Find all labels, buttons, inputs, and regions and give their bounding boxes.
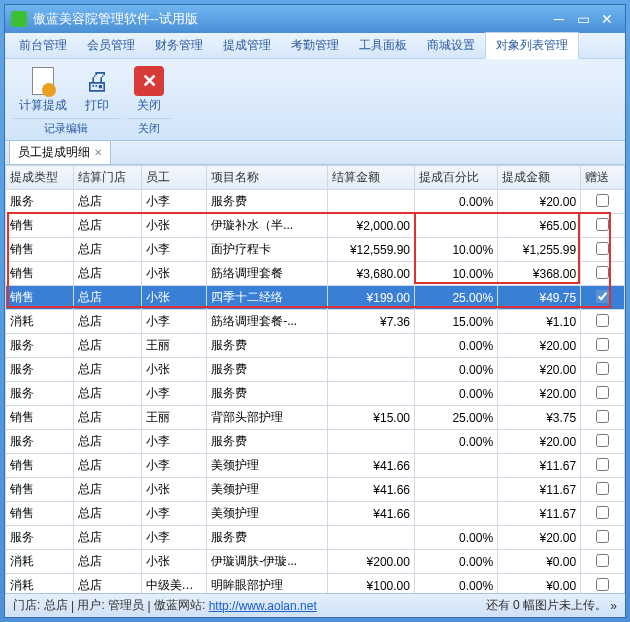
gift-checkbox[interactable] [596, 482, 609, 495]
gift-checkbox[interactable] [596, 386, 609, 399]
cell-emp: 小张 [141, 262, 207, 286]
menu-4[interactable]: 考勤管理 [281, 33, 349, 58]
table-row[interactable]: 销售总店小张伊璇补水（半...¥2,000.00¥65.00 [6, 214, 625, 238]
cell-type: 服务 [6, 526, 74, 550]
table-row[interactable]: 销售总店小张四季十二经络¥199.0025.00%¥49.75 [6, 286, 625, 310]
table-row[interactable]: 消耗总店中级美容师明眸眼部护理¥100.000.00%¥0.00 [6, 574, 625, 594]
ribbon: 计算提成🖨打印记录编辑✕关闭关闭 [5, 59, 625, 141]
table-row[interactable]: 服务总店小李服务费0.00%¥20.00 [6, 382, 625, 406]
cell-amount [327, 526, 414, 550]
cell-item: 伊璇调肤-伊璇... [207, 550, 327, 574]
gift-checkbox[interactable] [596, 242, 609, 255]
menu-7[interactable]: 对象列表管理 [485, 32, 579, 59]
gift-checkbox[interactable] [596, 530, 609, 543]
print-icon: 🖨 [81, 65, 113, 97]
close-label: 关闭 [137, 97, 161, 114]
subtab-label: 员工提成明细 [18, 144, 90, 161]
table-row[interactable]: 服务总店王丽服务费0.00%¥20.00 [6, 334, 625, 358]
close-window-button[interactable]: ✕ [595, 10, 619, 28]
column-header-7[interactable]: 赠送 [581, 166, 625, 190]
column-header-5[interactable]: 提成百分比 [414, 166, 497, 190]
calc-commission-button[interactable]: 计算提成 [13, 63, 73, 116]
menu-3[interactable]: 提成管理 [213, 33, 281, 58]
table-row[interactable]: 销售总店小李面护疗程卡¥12,559.9010.00%¥1,255.99 [6, 238, 625, 262]
subtab-close-icon[interactable]: ✕ [94, 147, 102, 158]
gift-checkbox[interactable] [596, 266, 609, 279]
menu-1[interactable]: 会员管理 [77, 33, 145, 58]
table-row[interactable]: 服务总店小李服务费0.00%¥20.00 [6, 190, 625, 214]
cell-store: 总店 [73, 454, 141, 478]
cell-type: 销售 [6, 286, 74, 310]
close-icon: ✕ [133, 65, 165, 97]
column-header-6[interactable]: 提成金额 [498, 166, 581, 190]
subtab-commission-detail[interactable]: 员工提成明细 ✕ [9, 140, 111, 164]
cell-store: 总店 [73, 214, 141, 238]
window-title: 傲蓝美容院管理软件--试用版 [33, 10, 198, 28]
gift-checkbox[interactable] [596, 218, 609, 231]
cell-amount: ¥100.00 [327, 574, 414, 594]
menu-6[interactable]: 商城设置 [417, 33, 485, 58]
table-row[interactable]: 销售总店小李美颈护理¥41.66¥11.67 [6, 502, 625, 526]
cell-pct: 0.00% [414, 574, 497, 594]
column-header-3[interactable]: 项目名称 [207, 166, 327, 190]
cell-item: 美颈护理 [207, 478, 327, 502]
cell-store: 总店 [73, 262, 141, 286]
cell-emp: 小李 [141, 502, 207, 526]
menu-5[interactable]: 工具面板 [349, 33, 417, 58]
cell-pct: 0.00% [414, 358, 497, 382]
table-row[interactable]: 服务总店小李服务费0.00%¥20.00 [6, 430, 625, 454]
cell-pct [414, 502, 497, 526]
cell-item: 四季十二经络 [207, 286, 327, 310]
gift-checkbox[interactable] [596, 338, 609, 351]
data-grid[interactable]: 提成类型结算门店员工项目名称结算金额提成百分比提成金额赠送 服务总店小李服务费0… [5, 165, 625, 593]
maximize-button[interactable]: ▭ [571, 10, 595, 28]
menu-2[interactable]: 财务管理 [145, 33, 213, 58]
gift-checkbox[interactable] [596, 506, 609, 519]
cell-item: 服务费 [207, 358, 327, 382]
table-row[interactable]: 消耗总店小李筋络调理套餐-...¥7.3615.00%¥1.10 [6, 310, 625, 334]
gift-checkbox[interactable] [596, 434, 609, 447]
minimize-button[interactable]: ─ [547, 10, 571, 28]
calc-commission-icon [27, 65, 59, 97]
cell-pct: 0.00% [414, 382, 497, 406]
cell-store: 总店 [73, 550, 141, 574]
table-row[interactable]: 销售总店小张美颈护理¥41.66¥11.67 [6, 478, 625, 502]
cell-type: 销售 [6, 454, 74, 478]
table-row[interactable]: 消耗总店小张伊璇调肤-伊璇...¥200.000.00%¥0.00 [6, 550, 625, 574]
cell-emp: 小李 [141, 190, 207, 214]
close-button[interactable]: ✕关闭 [127, 63, 171, 116]
cell-comm: ¥11.67 [498, 454, 581, 478]
table-row[interactable]: 服务总店小张服务费0.00%¥20.00 [6, 358, 625, 382]
table-row[interactable]: 销售总店小张筋络调理套餐¥3,680.0010.00%¥368.00 [6, 262, 625, 286]
gift-checkbox[interactable] [596, 290, 609, 303]
cell-store: 总店 [73, 334, 141, 358]
gift-checkbox[interactable] [596, 194, 609, 207]
cell-item: 美颈护理 [207, 502, 327, 526]
menu-0[interactable]: 前台管理 [9, 33, 77, 58]
ribbon-group-label: 关闭 [127, 118, 171, 140]
status-store-label: 门店: [13, 597, 40, 614]
status-store: 总店 [44, 597, 68, 614]
column-header-4[interactable]: 结算金额 [327, 166, 414, 190]
column-header-0[interactable]: 提成类型 [6, 166, 74, 190]
column-header-2[interactable]: 员工 [141, 166, 207, 190]
cell-comm: ¥20.00 [498, 382, 581, 406]
cell-emp: 小张 [141, 550, 207, 574]
cell-type: 服务 [6, 190, 74, 214]
table-row[interactable]: 服务总店小李服务费0.00%¥20.00 [6, 526, 625, 550]
cell-store: 总店 [73, 310, 141, 334]
gift-checkbox[interactable] [596, 362, 609, 375]
menubar: 前台管理会员管理财务管理提成管理考勤管理工具面板商城设置对象列表管理 [5, 33, 625, 59]
table-row[interactable]: 销售总店小李美颈护理¥41.66¥11.67 [6, 454, 625, 478]
gift-checkbox[interactable] [596, 458, 609, 471]
gift-checkbox[interactable] [596, 578, 609, 591]
column-header-1[interactable]: 结算门店 [73, 166, 141, 190]
print-button[interactable]: 🖨打印 [75, 63, 119, 116]
status-site-link[interactable]: http://www.aolan.net [209, 599, 317, 613]
gift-checkbox[interactable] [596, 314, 609, 327]
cell-type: 销售 [6, 262, 74, 286]
table-row[interactable]: 销售总店王丽背部头部护理¥15.0025.00%¥3.75 [6, 406, 625, 430]
gift-checkbox[interactable] [596, 554, 609, 567]
cell-pct: 0.00% [414, 430, 497, 454]
gift-checkbox[interactable] [596, 410, 609, 423]
